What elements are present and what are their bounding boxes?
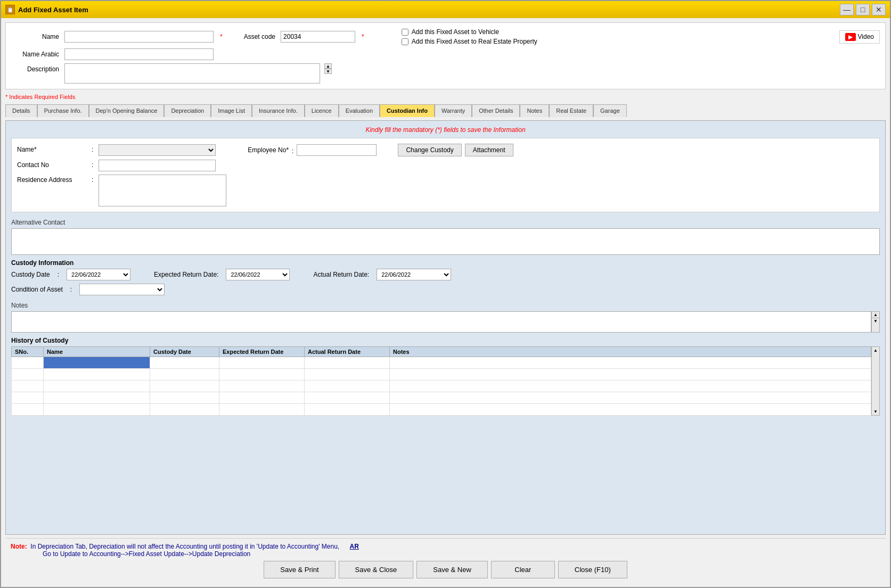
custody-date-select[interactable]: 22/06/2022 [67, 269, 130, 280]
tab-warranty[interactable]: Warranty [435, 104, 472, 117]
tab-purchase-info[interactable]: Purchase Info. [37, 104, 89, 117]
note-link[interactable]: AR [350, 543, 359, 550]
name-arabic-label: Name Arabic [11, 51, 59, 58]
attachment-button[interactable]: Attachment [465, 144, 513, 156]
row3-actual-return [305, 380, 390, 392]
name-colon: : [92, 144, 93, 153]
desc-arrow-up[interactable]: ▲ [324, 63, 332, 69]
expected-return-select[interactable]: 22/06/2022 [226, 269, 290, 280]
change-custody-button[interactable]: Change Custody [398, 144, 461, 156]
row3-name [44, 380, 150, 392]
maximize-button[interactable]: □ [856, 4, 870, 15]
history-row-4 [12, 392, 871, 404]
notes-scroll-down[interactable]: ▼ [872, 318, 879, 324]
row5-sno [12, 404, 44, 416]
employee-no-input[interactable] [297, 144, 377, 156]
row4-sno [12, 392, 44, 404]
notes-textarea[interactable] [11, 311, 871, 333]
realestate-checkbox-row: Add this Fixed Asset to Real Estate Prop… [402, 38, 537, 45]
name-label: Name [11, 33, 59, 40]
custodian-header-row: Name* : Employee No* : Change [17, 144, 874, 156]
name-input[interactable] [64, 31, 214, 43]
description-row: Description ▲ ▼ [11, 63, 880, 84]
history-section: History of Custody SNo. Name Custody Dat… [11, 337, 880, 416]
tab-real-estate[interactable]: Real Estate [549, 104, 593, 117]
contact-input[interactable] [99, 160, 216, 171]
custodian-name-label: Name* [17, 144, 86, 153]
history-table-container: SNo. Name Custody Date Expected Return D… [11, 346, 871, 416]
row1-custody-date [150, 357, 219, 369]
employee-row: Employee No* : [248, 144, 377, 156]
contact-colon: : [92, 160, 93, 169]
tab-custodian-info[interactable]: Custodian Info [380, 104, 435, 117]
content-area: Name * Asset code * Add this Fixed Asset… [1, 18, 890, 587]
save-new-button[interactable]: Save & New [416, 561, 488, 578]
realestate-checkbox[interactable] [402, 38, 408, 45]
history-title: History of Custody [11, 337, 880, 344]
col-custody-date: Custody Date [150, 347, 219, 357]
history-row-2 [12, 369, 871, 380]
address-colon: : [92, 175, 93, 184]
tab-other-details[interactable]: Other Details [472, 104, 520, 117]
realestate-label: Add this Fixed Asset to Real Estate Prop… [412, 38, 537, 45]
history-scrollbar[interactable]: ▲ ▼ [871, 346, 880, 416]
asset-code-input[interactable] [281, 31, 355, 43]
custodian-name-select[interactable] [99, 144, 216, 156]
vehicle-checkbox[interactable] [402, 29, 408, 36]
address-textarea[interactable] [99, 175, 226, 206]
video-icon: ▶ [845, 33, 856, 41]
save-print-button[interactable]: Save & Print [264, 561, 335, 578]
description-textarea[interactable] [64, 63, 320, 84]
row4-notes [390, 392, 871, 404]
video-button[interactable]: ▶ Video [839, 30, 880, 44]
save-close-button[interactable]: Save & Close [339, 561, 414, 578]
bottom-section: Note: In Depreciation Tab, Depreciation … [5, 538, 886, 583]
condition-select[interactable] [79, 284, 165, 295]
custody-info-title: Custody Information [11, 259, 880, 267]
name-required: * [220, 33, 223, 40]
custody-date-colon: : [58, 271, 59, 278]
tab-depn-opening[interactable]: Dep'n Opening Balance [89, 104, 165, 117]
alt-contact-textarea[interactable] [11, 228, 880, 255]
tab-image-list[interactable]: Image List [211, 104, 252, 117]
row1-sno [12, 357, 44, 369]
name-arabic-input[interactable] [64, 48, 214, 60]
name-arabic-row: Name Arabic [11, 48, 880, 60]
col-expected-return: Expected Return Date [219, 347, 305, 357]
col-actual-return: Actual Return Date [305, 347, 390, 357]
row4-expected-return [219, 392, 305, 404]
notes-scroll: ▲ ▼ [871, 311, 880, 333]
notes-label: Notes [11, 302, 880, 309]
scrollbar-down[interactable]: ▼ [873, 409, 878, 414]
tabs-container: Details Purchase Info. Dep'n Opening Bal… [5, 104, 886, 117]
description-arrows: ▲ ▼ [324, 63, 332, 74]
bottom-buttons: Save & Print Save & Close Save & New Cle… [11, 561, 880, 578]
tab-depreciation[interactable]: Depreciation [164, 104, 211, 117]
scrollbar-up[interactable]: ▲ [873, 348, 878, 353]
name-row: Name * Asset code * Add this Fixed Asset… [11, 28, 880, 45]
notes-scroll-up[interactable]: ▲ [872, 312, 879, 318]
note-label: Note: [11, 543, 27, 550]
tab-garage[interactable]: Garage [593, 104, 627, 117]
tab-details[interactable]: Details [5, 104, 37, 117]
clear-button[interactable]: Clear [491, 561, 555, 578]
row2-custody-date [150, 369, 219, 380]
tab-evaluation[interactable]: Evaluation [339, 104, 380, 117]
address-row: Residence Address : [17, 175, 874, 206]
close-button[interactable]: ✕ [872, 4, 886, 15]
row3-expected-return [219, 380, 305, 392]
desc-arrow-down[interactable]: ▼ [324, 69, 332, 74]
actual-return-select[interactable]: 22/06/2022 [377, 269, 451, 280]
row5-notes [390, 404, 871, 416]
note-body: In Depreciation Tab, Depreciation will n… [29, 543, 359, 550]
row1-actual-return [305, 357, 390, 369]
asset-code-label: Asset code [244, 33, 275, 40]
contact-row: Contact No : [17, 160, 874, 171]
minimize-button[interactable]: — [840, 4, 854, 15]
col-sno: SNo. [12, 347, 44, 357]
tab-licence[interactable]: Licence [305, 104, 339, 117]
tab-notes[interactable]: Notes [520, 104, 549, 117]
row4-name [44, 392, 150, 404]
tab-insurance-info[interactable]: Insurance Info. [252, 104, 305, 117]
close-button-bottom[interactable]: Close (F10) [558, 561, 627, 578]
